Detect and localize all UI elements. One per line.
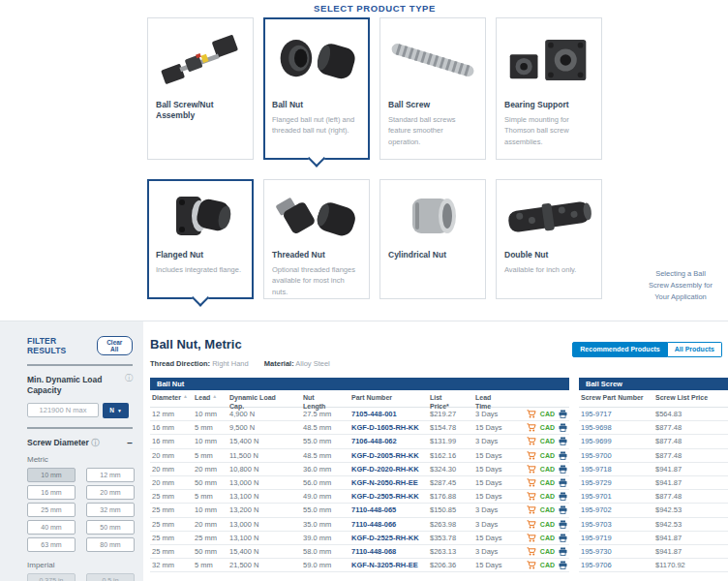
cad-download-link[interactable]: CAD xyxy=(540,452,555,459)
header-part-number[interactable]: Part Number xyxy=(349,393,428,402)
cad-download-link[interactable]: CAD xyxy=(540,424,555,431)
part-number-link[interactable]: 7105-448-001 xyxy=(349,410,428,418)
cad-download-link[interactable]: CAD xyxy=(540,548,555,555)
card-flanged-nut[interactable]: Flanged Nut Includes integrated flange. xyxy=(147,179,254,299)
diameter-option-button[interactable]: 0.375 in xyxy=(27,573,76,581)
cad-download-link[interactable]: CAD xyxy=(540,493,555,500)
part-number-link[interactable]: KGF-N-2050-RH-EE xyxy=(349,478,428,487)
print-icon[interactable] xyxy=(559,534,567,542)
card-bearing-support[interactable]: Bearing Support Simple mounting for Thom… xyxy=(496,17,602,160)
add-to-cart-icon[interactable] xyxy=(527,561,536,569)
card-ball-screw-nut-assembly[interactable]: Ball Screw/Nut Assembly xyxy=(147,17,254,160)
screw-part-number-link[interactable]: 195-9699 xyxy=(579,437,653,445)
print-icon[interactable] xyxy=(559,410,567,418)
diameter-option-button[interactable]: 10 mm xyxy=(27,468,76,482)
diameter-option-button[interactable]: 32 mm xyxy=(86,503,135,517)
info-icon[interactable]: ⓘ xyxy=(125,375,133,382)
diameter-option-button[interactable]: 63 mm xyxy=(27,537,76,552)
all-products-button[interactable]: All Products xyxy=(668,342,722,357)
diameter-option-button[interactable]: 12 mm xyxy=(86,468,135,482)
cad-download-link[interactable]: CAD xyxy=(540,506,555,513)
diameter-option-button[interactable]: 16 mm xyxy=(27,485,76,500)
diameter-option-button[interactable]: 20 mm xyxy=(86,485,135,500)
add-to-cart-icon[interactable] xyxy=(527,547,536,556)
cad-download-link[interactable]: CAD xyxy=(540,479,555,486)
cad-download-link[interactable]: CAD xyxy=(540,466,555,473)
screw-part-number-link[interactable]: 195-9703 xyxy=(579,520,653,529)
part-number-link[interactable]: 7110-448-066 xyxy=(349,520,428,529)
header-dynamic-load[interactable]: Dynamic Load Cap. xyxy=(228,393,276,411)
unit-dropdown[interactable]: N ▼ xyxy=(103,403,129,418)
part-number-link[interactable]: KGF-D-2005-RH-KK xyxy=(349,451,428,460)
header-diameter[interactable]: Diameter▲ xyxy=(150,393,193,402)
screw-part-number-link[interactable]: 195-9701 xyxy=(579,492,653,501)
print-icon[interactable] xyxy=(559,478,567,487)
cad-download-link[interactable]: CAD xyxy=(540,535,555,541)
add-to-cart-icon[interactable] xyxy=(527,505,536,514)
header-lead-time[interactable]: Lead Time xyxy=(473,393,499,411)
screw-part-number-link[interactable]: 195-9717 xyxy=(579,410,653,418)
header-list-price[interactable]: List Price* xyxy=(428,393,453,411)
print-icon[interactable] xyxy=(559,520,567,529)
cad-download-link[interactable]: CAD xyxy=(540,521,555,528)
screw-part-number-link[interactable]: 195-9700 xyxy=(579,451,653,460)
print-icon[interactable] xyxy=(559,465,567,474)
add-to-cart-icon[interactable] xyxy=(527,410,536,418)
card-threaded-nut[interactable]: Threaded Nut Optional threaded flanges a… xyxy=(263,179,370,299)
print-icon[interactable] xyxy=(559,505,567,514)
clear-all-button[interactable]: Clear All xyxy=(97,336,133,355)
diameter-option-button[interactable]: 50 mm xyxy=(86,520,135,535)
cad-download-link[interactable]: CAD xyxy=(540,562,555,568)
part-number-link[interactable]: 7110-448-065 xyxy=(349,505,428,514)
recommended-products-button[interactable]: Recommended Products xyxy=(572,342,667,357)
selecting-assembly-link[interactable]: Selecting a Ball Screw Assembly for Your… xyxy=(635,268,726,303)
card-cylindrical-nut[interactable]: Cylindrical Nut xyxy=(379,179,486,299)
diameter-option-button[interactable]: 40 mm xyxy=(27,520,76,535)
screw-part-number-link[interactable]: 195-9718 xyxy=(579,465,653,474)
header-nut-length[interactable]: Nut Length xyxy=(301,393,330,411)
screw-part-number-link[interactable]: 195-9729 xyxy=(579,478,653,487)
dynamic-load-value: 13,100 N xyxy=(228,534,301,542)
part-number-link[interactable]: KGF-D-2505-RH-KK xyxy=(349,492,428,501)
part-number-link[interactable]: KGF-D-2525-RH-KK xyxy=(349,534,428,542)
print-icon[interactable] xyxy=(559,492,567,501)
card-ball-nut[interactable]: Ball Nut Flanged ball nut (left) and thr… xyxy=(263,17,370,160)
diameter-option-button[interactable]: 25 mm xyxy=(27,503,76,517)
header-screw-part-number[interactable]: Screw Part Number xyxy=(579,393,653,402)
screw-part-number-link[interactable]: 195-9730 xyxy=(579,547,653,556)
add-to-cart-icon[interactable] xyxy=(527,465,536,474)
screw-part-number-link[interactable]: 195-9719 xyxy=(579,534,653,542)
add-to-cart-icon[interactable] xyxy=(527,534,536,542)
cad-download-link[interactable]: CAD xyxy=(540,438,555,444)
screw-part-number-link[interactable]: 195-9706 xyxy=(579,561,653,569)
print-icon[interactable] xyxy=(559,561,567,569)
screw-part-number-link[interactable]: 195-9698 xyxy=(579,423,653,432)
part-number-link[interactable]: KGF-D-2020-RH-KK xyxy=(349,465,428,474)
header-lead[interactable]: Lead▲ xyxy=(193,393,228,402)
print-icon[interactable] xyxy=(559,423,567,432)
info-icon[interactable]: ⓘ xyxy=(91,439,99,447)
add-to-cart-icon[interactable] xyxy=(527,437,536,445)
print-icon[interactable] xyxy=(559,547,567,556)
collapse-icon[interactable]: − xyxy=(127,440,133,447)
card-ball-screw[interactable]: Ball Screw Standard ball screws feature … xyxy=(379,17,486,160)
load-capacity-input[interactable] xyxy=(27,403,99,417)
add-to-cart-icon[interactable] xyxy=(527,423,536,432)
print-icon[interactable] xyxy=(559,451,567,460)
diameter-option-button[interactable]: 0.5 in xyxy=(86,573,135,581)
diameter-option-button[interactable]: 80 mm xyxy=(86,537,135,552)
part-number-link[interactable]: 7106-448-062 xyxy=(349,437,428,445)
screw-part-number-link[interactable]: 195-9702 xyxy=(579,505,653,514)
double-nut-image xyxy=(504,187,593,245)
part-number-link[interactable]: KGF-D-1605-RH-KK xyxy=(349,423,428,432)
add-to-cart-icon[interactable] xyxy=(527,492,536,501)
add-to-cart-icon[interactable] xyxy=(527,520,536,529)
header-screw-list-price[interactable]: Screw List Price xyxy=(653,393,728,402)
cad-download-link[interactable]: CAD xyxy=(540,411,555,417)
add-to-cart-icon[interactable] xyxy=(527,451,536,460)
add-to-cart-icon[interactable] xyxy=(527,478,536,487)
card-double-nut[interactable]: Double Nut Available for inch only. xyxy=(496,179,602,299)
print-icon[interactable] xyxy=(559,437,567,445)
part-number-link[interactable]: KGF-N-3205-RH-EE xyxy=(349,561,428,569)
part-number-link[interactable]: 7110-448-068 xyxy=(349,547,428,556)
